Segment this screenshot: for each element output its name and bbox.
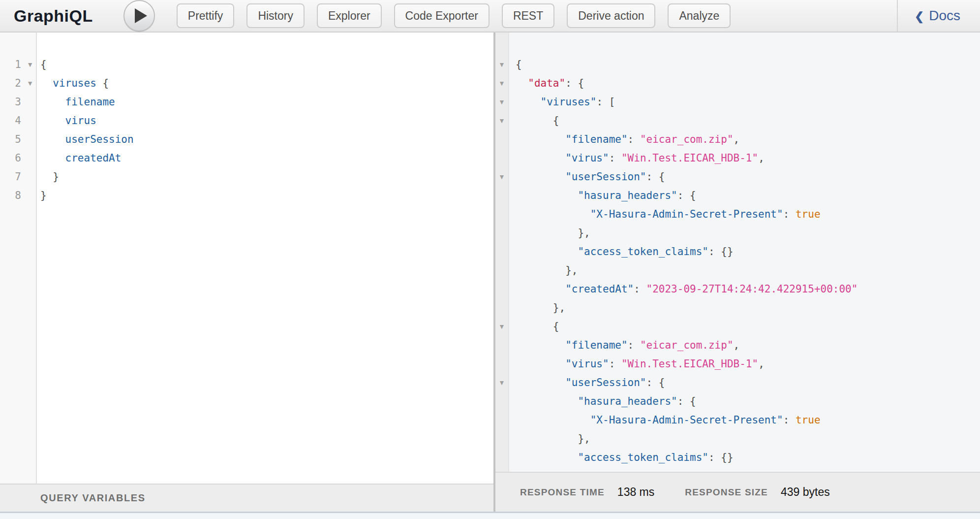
query-variables-title: QUERY VARIABLES <box>40 492 146 504</box>
query-variables-bar[interactable]: QUERY VARIABLES <box>0 484 493 512</box>
docs-section: ❮ Docs <box>897 0 980 32</box>
toolbar-buttons: PrettifyHistoryExplorerCode ExporterREST… <box>177 3 731 28</box>
query-editor-gutter: 1▼2▼345678 <box>0 32 37 484</box>
query-gutter-rows: 1▼2▼345678 <box>0 55 36 205</box>
docs-link[interactable]: ❮ Docs <box>915 8 960 24</box>
fold-arrow-icon[interactable]: ▼ <box>27 55 33 74</box>
code-line: "filename": "eicar_com.zip", <box>516 130 858 149</box>
line-number: 3 <box>15 93 21 111</box>
response-time-value: 138 ms <box>617 486 654 499</box>
response-size-value: 439 bytes <box>781 486 830 499</box>
code-line: "filename": "eicar_com.zip", <box>516 336 858 355</box>
code-line: "userSession": { <box>516 167 858 186</box>
code-line: filename <box>40 93 491 111</box>
fold-arrow-icon[interactable]: ▼ <box>495 74 508 93</box>
line-number: 1 <box>15 55 21 74</box>
toolbar-button-derive-action[interactable]: Derive action <box>567 3 655 28</box>
code-line: "hasura_headers": { <box>516 392 858 411</box>
code-line: createdAt <box>40 149 491 167</box>
line-number: 8 <box>15 186 21 205</box>
gutter-row: 4 <box>0 111 36 130</box>
code-line: viruses { <box>40 74 491 93</box>
toolbar-button-analyze[interactable]: Analyze <box>668 3 731 28</box>
response-stats-footer: RESPONSE TIME 138 ms RESPONSE SIZE 439 b… <box>495 472 980 512</box>
response-code: { "data": { "viruses": [ { "filename": "… <box>516 55 858 472</box>
code-line: { <box>516 111 858 130</box>
code-line: "virus": "Win.Test.EICAR_HDB-1", <box>516 149 858 167</box>
code-line: "access_token_claims": {} <box>516 242 858 261</box>
toolbar: GraphiQL PrettifyHistoryExplorerCode Exp… <box>0 0 980 32</box>
code-line: { <box>516 55 858 74</box>
query-code[interactable]: { viruses { filename virus userSession c… <box>40 55 491 205</box>
code-line: userSession <box>40 130 491 149</box>
chevron-left-icon: ❮ <box>915 10 924 23</box>
line-number: 7 <box>15 167 21 186</box>
gutter-row: 5 <box>0 130 36 149</box>
fold-arrow-icon[interactable]: ▼ <box>27 74 33 93</box>
response-fold-gutter: ▼▼▼▼▼▼▼ <box>495 32 509 472</box>
execute-query-button[interactable] <box>123 0 155 32</box>
fold-arrow-icon[interactable]: ▼ <box>495 55 508 74</box>
page-background <box>0 513 980 519</box>
code-line: "viruses": [ <box>516 93 858 111</box>
graphiql-app: GraphiQL PrettifyHistoryExplorerCode Exp… <box>0 0 980 519</box>
code-line: "X-Hasura-Admin-Secret-Present": true <box>516 411 858 429</box>
graphiql-logo: GraphiQL <box>14 6 93 26</box>
gutter-row: 6 <box>0 149 36 167</box>
fold-arrow-icon[interactable]: ▼ <box>495 373 508 392</box>
response-time-label: RESPONSE TIME <box>520 487 605 498</box>
code-line: { <box>516 317 858 336</box>
code-line: }, <box>516 224 858 242</box>
toolbar-button-prettify[interactable]: Prettify <box>177 3 235 28</box>
fold-arrow-icon[interactable]: ▼ <box>495 111 508 130</box>
gutter-row: 1▼ <box>0 55 36 74</box>
code-line: "createdAt": "2023-09-27T14:24:42.422915… <box>516 280 858 298</box>
response-viewer[interactable]: { "data": { "viruses": [ { "filename": "… <box>509 32 980 472</box>
toolbar-button-explorer[interactable]: Explorer <box>317 3 382 28</box>
gutter-row: 3 <box>0 93 36 111</box>
gutter-row: 8 <box>0 186 36 205</box>
toolbar-button-history[interactable]: History <box>246 3 305 28</box>
play-icon <box>135 8 147 23</box>
code-line: } <box>40 167 491 186</box>
docs-label: Docs <box>929 8 960 24</box>
response-size-label: RESPONSE SIZE <box>685 487 768 498</box>
line-number: 2 <box>15 74 21 93</box>
line-number: 5 <box>15 130 21 149</box>
code-line: "userSession": { <box>516 373 858 392</box>
code-line: { <box>40 55 491 74</box>
code-line: "X-Hasura-Admin-Secret-Present": true <box>516 205 858 224</box>
gutter-row: 2▼ <box>0 74 36 93</box>
code-line: "data": { <box>516 74 858 93</box>
gutter-row: 7 <box>0 167 36 186</box>
code-line: "access_token_claims": {} <box>516 448 858 467</box>
code-line: } <box>40 186 491 205</box>
toolbar-button-rest[interactable]: REST <box>502 3 554 28</box>
line-number: 4 <box>15 111 21 130</box>
toolbar-button-code-exporter[interactable]: Code Exporter <box>394 3 490 28</box>
query-editor[interactable]: 1▼2▼345678 { viruses { filename virus us… <box>0 32 493 484</box>
fold-arrow-icon[interactable]: ▼ <box>495 317 508 336</box>
code-line: }, <box>516 429 858 448</box>
code-line: }, <box>516 467 858 472</box>
line-number: 6 <box>15 149 21 167</box>
code-line: "virus": "Win.Test.EICAR_HDB-1", <box>516 355 858 373</box>
code-line: }, <box>516 298 858 317</box>
code-line: "hasura_headers": { <box>516 186 858 205</box>
code-line: virus <box>40 111 491 130</box>
fold-arrow-icon[interactable]: ▼ <box>495 167 508 186</box>
code-line: }, <box>516 261 858 280</box>
fold-arrow-icon[interactable]: ▼ <box>495 93 508 111</box>
